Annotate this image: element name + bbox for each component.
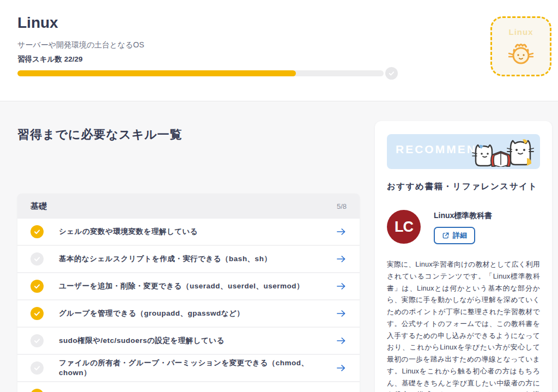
skill-count-label: 習得スキル数 22/29 [17, 55, 82, 64]
progress-complete-check-icon [385, 67, 398, 80]
skill-row[interactable]: 基本的なシェルスクリプトを作成・実行できる（bash、sh） [17, 246, 360, 273]
skill-row[interactable]: ユーザーを追加・削除・変更できる（useradd、userdel、usermod… [17, 273, 360, 300]
skill-label: 基本的なシェルスクリプトを作成・実行できる（bash、sh） [59, 254, 271, 264]
page-header: Linux サーバーや開発環境の土台となるOS 習得スキル数 22/29 Lin… [0, 0, 558, 101]
book-info: Linux標準教科書 詳細 [434, 210, 492, 244]
check-done-icon [31, 307, 44, 320]
cat-mascot-icon [492, 40, 550, 70]
skill-label: ファイルの所有者・グループ・パーミッションを変更できる（chmod、chown） [59, 358, 336, 378]
arrow-right-icon[interactable] [336, 226, 347, 237]
external-link-icon [442, 232, 450, 239]
sidebar-heading: おすすめ書籍・リファレンスサイト [387, 181, 540, 192]
cats-reading-illustration-icon [466, 132, 537, 169]
skill-row[interactable]: シェルの変数や環境変数を理解している [17, 219, 360, 246]
arrow-right-icon[interactable] [336, 363, 347, 373]
check-todo-icon [31, 361, 44, 375]
arrow-right-icon[interactable] [336, 308, 347, 319]
skill-label: グループを管理できる（groupadd、gpasswdなど） [59, 309, 244, 318]
check-done-icon [31, 280, 44, 293]
page-title: Linux [17, 14, 58, 32]
skill-progress-bar [17, 70, 384, 76]
skills-section-heading: 習得までに必要なスキル一覧 [17, 126, 183, 143]
page-subtitle: サーバーや開発環境の土台となるOS [17, 40, 144, 50]
arrow-right-icon[interactable] [336, 281, 347, 292]
skill-label: シェルの変数や環境変数を理解している [59, 227, 198, 237]
skill-row[interactable]: sudo権限や/etc/sudoersの設定を理解している [17, 328, 360, 355]
skill-card-header: 基礎 5/8 [17, 194, 360, 219]
skill-row[interactable]: グループを管理できる（groupadd、gpasswdなど） [17, 300, 360, 328]
skill-progress-fill [17, 70, 296, 76]
skill-row[interactable]: ファイルの所有者・グループ・パーミッションを変更できる（chmod、chown） [17, 355, 360, 382]
check-todo-icon [31, 334, 44, 347]
badge-label: Linux [492, 27, 550, 37]
skill-label: ユーザーを追加・削除・変更できる（useradd、userdel、usermod… [59, 281, 304, 291]
check-todo-icon [31, 252, 44, 266]
check-done-icon [31, 389, 44, 392]
arrow-right-icon[interactable] [336, 254, 347, 264]
book-description: 実際に、Linux学習者向けの教材として広く利用されているコンテンツです。「Li… [387, 258, 540, 392]
skill-card-count: 5/8 [337, 202, 347, 210]
arrow-right-icon[interactable] [336, 335, 347, 346]
recommend-sidebar: RECOMMEND [375, 121, 552, 392]
skill-label: sudo権限や/etc/sudoersの設定を理解している [59, 336, 225, 346]
linux-course-badge[interactable]: Linux [490, 16, 551, 76]
recommend-banner: RECOMMEND [387, 134, 540, 169]
linux-skill-page: Linux サーバーや開発環境の土台となるOS 習得スキル数 22/29 Lin… [0, 0, 558, 392]
check-done-icon [31, 225, 44, 238]
detail-button-label: 詳細 [453, 231, 467, 240]
detail-button[interactable]: 詳細 [434, 227, 475, 244]
skill-list-card: 基礎 5/8 シェルの変数や環境変数を理解している 基本的なシェルスクリプトを作… [17, 194, 360, 392]
book-recommendation: LC Linux標準教科書 詳細 [387, 210, 540, 244]
skill-row[interactable] [17, 382, 360, 392]
lc-book-logo: LC [387, 210, 421, 244]
book-title: Linux標準教科書 [434, 211, 492, 221]
skill-card-title: 基礎 [31, 201, 47, 212]
